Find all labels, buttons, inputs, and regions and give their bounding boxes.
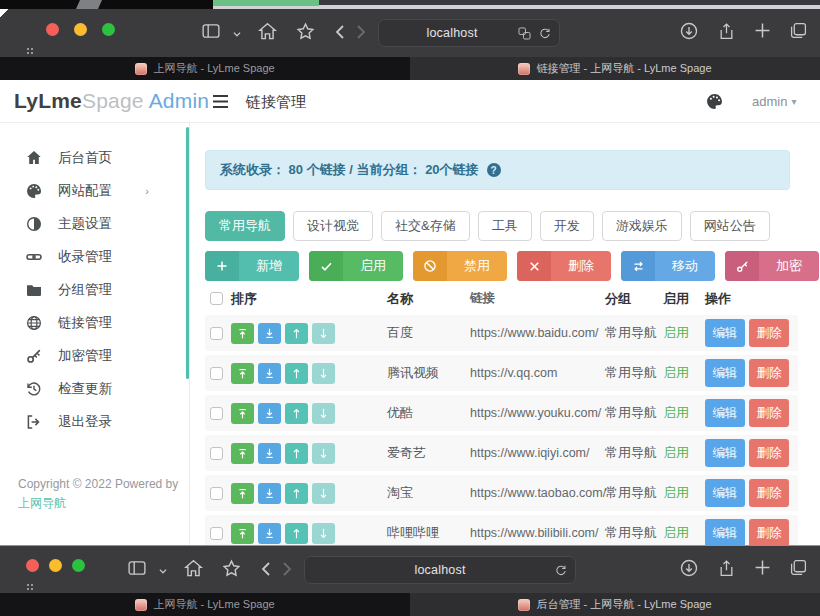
sort-to-top-button[interactable]	[231, 443, 254, 464]
sort-to-top-button[interactable]	[231, 523, 254, 544]
delete-row-button[interactable]: 删除	[749, 359, 789, 387]
sidebar-item-collect[interactable]: 收录管理	[0, 240, 189, 273]
row-checkbox[interactable]	[210, 487, 223, 500]
favorites-button[interactable]	[296, 22, 315, 41]
forward-button[interactable]	[356, 24, 367, 40]
edit-button[interactable]: 编辑	[705, 319, 745, 347]
sidebar-item-links[interactable]: 链接管理	[0, 306, 189, 339]
chevron-down-icon[interactable]	[158, 567, 168, 575]
sort-to-bottom-button[interactable]	[258, 483, 281, 504]
translate-icon[interactable]	[518, 27, 531, 40]
sidebar-item-encrypt[interactable]: 加密管理	[0, 339, 189, 372]
enable-button[interactable]: 启用	[309, 251, 403, 281]
reload-icon[interactable]	[539, 27, 551, 40]
sidebar-toggle-button[interactable]	[200, 22, 222, 40]
menu-toggle-button[interactable]	[212, 94, 229, 109]
address-bar[interactable]: localhost	[378, 19, 560, 47]
sort-down-button[interactable]	[312, 443, 335, 464]
row-checkbox[interactable]	[210, 407, 223, 420]
browser-tab-active[interactable]: 链接管理 - 上网导航 - LyLme Spage	[410, 57, 820, 80]
minimize-window-button[interactable]	[74, 23, 87, 36]
tab-games[interactable]: 游戏娱乐	[602, 211, 682, 241]
row-checkbox[interactable]	[210, 367, 223, 380]
zoom-window-button[interactable]	[72, 559, 85, 572]
browser-tab-active[interactable]: 后台管理 - 上网导航 - LyLme Spage	[410, 593, 820, 616]
downloads-button[interactable]	[680, 22, 698, 40]
delete-row-button[interactable]: 删除	[749, 519, 789, 547]
move-button[interactable]: 移动	[621, 251, 715, 281]
tab-social-storage[interactable]: 社交&存储	[381, 211, 470, 241]
home-button[interactable]	[184, 559, 203, 578]
sidebar-item-dashboard[interactable]: 后台首页	[0, 141, 189, 174]
sort-to-top-button[interactable]	[231, 483, 254, 504]
minimize-window-button[interactable]	[49, 559, 62, 572]
sort-down-button[interactable]	[312, 523, 335, 544]
sidebar-item-site-config[interactable]: 网站配置 ›	[0, 174, 189, 207]
sort-up-button[interactable]	[285, 403, 308, 424]
reload-icon[interactable]	[555, 564, 567, 577]
home-button[interactable]	[258, 22, 277, 41]
row-checkbox[interactable]	[210, 527, 223, 540]
sort-up-button[interactable]	[285, 323, 308, 344]
favorites-grid-icon[interactable]	[26, 47, 35, 56]
theme-palette-button[interactable]	[706, 93, 723, 110]
new-tab-button[interactable]	[754, 559, 771, 576]
sort-up-button[interactable]	[285, 483, 308, 504]
edit-button[interactable]: 编辑	[705, 439, 745, 467]
edit-button[interactable]: 编辑	[705, 479, 745, 507]
sort-up-button[interactable]	[285, 363, 308, 384]
tab-overview-button[interactable]	[790, 22, 807, 39]
chevron-down-icon[interactable]	[232, 30, 242, 38]
favorites-grid-icon[interactable]	[26, 583, 35, 592]
delete-row-button[interactable]: 删除	[749, 319, 789, 347]
sidebar-toggle-button[interactable]	[126, 559, 148, 577]
sort-down-button[interactable]	[312, 323, 335, 344]
edit-button[interactable]: 编辑	[705, 399, 745, 427]
browser-tab[interactable]: 上网导航 - LyLme Spage	[0, 57, 410, 80]
new-tab-button[interactable]	[754, 22, 771, 39]
sort-to-top-button[interactable]	[231, 323, 254, 344]
sidebar-item-logout[interactable]: 退出登录	[0, 405, 189, 438]
back-button[interactable]	[334, 24, 345, 40]
tab-dev[interactable]: 开发	[540, 211, 594, 241]
sidebar-item-theme[interactable]: 主题设置	[0, 207, 189, 240]
sidebar-item-check-update[interactable]: 检查更新	[0, 372, 189, 405]
address-bar[interactable]: localhost	[304, 556, 576, 584]
tab-design[interactable]: 设计视觉	[293, 211, 373, 241]
downloads-button[interactable]	[680, 559, 698, 577]
user-menu-button[interactable]: admin ▾	[752, 94, 796, 109]
row-checkbox[interactable]	[210, 447, 223, 460]
sort-to-bottom-button[interactable]	[258, 523, 281, 544]
tab-tools[interactable]: 工具	[478, 211, 532, 241]
sort-to-top-button[interactable]	[231, 403, 254, 424]
sort-to-bottom-button[interactable]	[258, 443, 281, 464]
zoom-window-button[interactable]	[102, 23, 115, 36]
row-checkbox[interactable]	[210, 327, 223, 340]
sort-to-bottom-button[interactable]	[258, 363, 281, 384]
delete-row-button[interactable]: 删除	[749, 399, 789, 427]
delete-row-button[interactable]: 删除	[749, 479, 789, 507]
edit-button[interactable]: 编辑	[705, 359, 745, 387]
browser-tab[interactable]: 上网导航 - LyLme Spage	[0, 593, 410, 616]
sort-to-bottom-button[interactable]	[258, 323, 281, 344]
share-button[interactable]	[718, 559, 735, 578]
select-all-checkbox[interactable]	[210, 292, 223, 305]
close-window-button[interactable]	[26, 559, 39, 572]
share-button[interactable]	[718, 22, 735, 41]
sort-down-button[interactable]	[312, 483, 335, 504]
favorites-button[interactable]	[222, 559, 241, 578]
delete-row-button[interactable]: 删除	[749, 439, 789, 467]
tab-common-nav[interactable]: 常用导航	[205, 211, 285, 241]
tab-announcement[interactable]: 网站公告	[690, 211, 770, 241]
sidebar-item-groups[interactable]: 分组管理	[0, 273, 189, 306]
delete-button[interactable]: 删除	[517, 251, 611, 281]
sort-down-button[interactable]	[312, 363, 335, 384]
disable-button[interactable]: 禁用	[413, 251, 507, 281]
tab-overview-button[interactable]	[790, 559, 807, 576]
question-circle-icon[interactable]: ?	[487, 163, 501, 177]
sort-up-button[interactable]	[285, 523, 308, 544]
forward-button[interactable]	[282, 561, 293, 577]
sort-down-button[interactable]	[312, 403, 335, 424]
sort-up-button[interactable]	[285, 443, 308, 464]
copyright-link[interactable]: 上网导航	[18, 496, 66, 510]
